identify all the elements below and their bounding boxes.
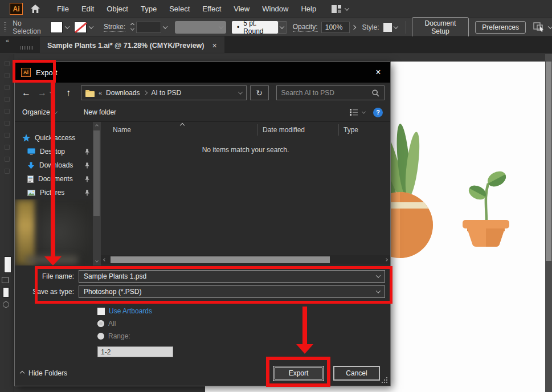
swap-fill-stroke-icon[interactable] (2, 277, 9, 283)
menu-edit[interactable]: Edit (77, 0, 99, 18)
tool-placeholder[interactable] (5, 61, 10, 66)
document-tab[interactable]: Sample Plants 1.ai* @ 71.28% (CMYK/Previ… (40, 36, 224, 54)
menu-select[interactable]: Select (165, 0, 194, 18)
menu-file[interactable]: File (52, 0, 73, 18)
style-dropdown[interactable] (392, 22, 400, 33)
tool-placeholder[interactable] (5, 109, 10, 114)
panel-drag-handle[interactable] (4, 22, 6, 32)
collapse-panels-button[interactable]: « (0, 36, 15, 44)
tool-placeholder[interactable] (5, 73, 10, 78)
menu-help[interactable]: Help (296, 0, 321, 18)
brush-dropdown-caret[interactable] (278, 21, 287, 34)
range-input[interactable] (97, 346, 173, 357)
range-option[interactable]: Range: (97, 332, 390, 341)
breadcrumb-item-downloads[interactable]: Downloads (106, 89, 140, 97)
range-radio[interactable] (97, 333, 104, 340)
gradient-mode-icon[interactable] (3, 301, 9, 308)
new-folder-button[interactable]: New folder (84, 108, 116, 116)
scroll-up-button[interactable] (93, 122, 100, 130)
breadcrumb-overflow-icon[interactable]: « (99, 89, 102, 96)
opacity-label[interactable]: Opacity: (293, 23, 318, 32)
cancel-button[interactable]: Cancel (333, 366, 380, 381)
tool-placeholder[interactable] (5, 85, 10, 90)
opacity-value[interactable]: 100% (321, 22, 350, 33)
scrollbar-track[interactable] (109, 255, 382, 264)
dialog-close-button[interactable]: × (366, 67, 390, 77)
align-options[interactable] (533, 22, 552, 32)
picture-icon (27, 190, 35, 196)
breadcrumb[interactable]: « Downloads AI to PSD (81, 85, 247, 100)
back-button[interactable]: ← (18, 88, 34, 98)
all-radio[interactable] (97, 320, 104, 327)
forward-button[interactable]: → (34, 88, 50, 98)
hide-folders-button[interactable]: Hide Folders (21, 369, 67, 377)
canvas-vertical-scrollbar[interactable] (545, 54, 552, 392)
scroll-right-button[interactable] (382, 255, 390, 264)
preferences-button[interactable]: Preferences (475, 21, 526, 34)
menu-view[interactable]: View (229, 0, 254, 18)
breadcrumb-separator-icon (143, 91, 148, 95)
up-button[interactable]: ↑ (63, 88, 74, 98)
illustrator-app-icon[interactable]: Ai (10, 3, 23, 15)
fill-swatch[interactable] (50, 22, 63, 33)
view-options-button[interactable] (350, 109, 365, 116)
menu-window[interactable]: Window (257, 0, 293, 18)
stroke-swatch[interactable] (74, 22, 87, 33)
column-header-date-modified[interactable]: Date modified (258, 126, 338, 134)
home-icon[interactable] (30, 4, 40, 14)
scrollbar-thumb[interactable] (111, 256, 330, 263)
brush-value: 5 pt. Round (243, 19, 273, 35)
tool-placeholder[interactable] (5, 145, 10, 150)
address-dropdown-icon[interactable] (238, 89, 243, 94)
help-button[interactable]: ? (373, 108, 383, 117)
export-dialog: Ai Export × ← → ↑ « Downloads AI to PSD … (14, 62, 391, 386)
workspace-switcher[interactable] (332, 5, 349, 13)
use-artboards-label: Use Artboards (109, 307, 152, 315)
tab-close-icon[interactable]: × (212, 41, 217, 50)
search-input[interactable] (281, 89, 373, 97)
menu-object[interactable]: Object (102, 0, 133, 18)
opacity-expand-arrow[interactable] (350, 22, 358, 33)
tool-placeholder[interactable] (5, 121, 10, 126)
brush-definition-dropdown[interactable]: • 5 pt. Round (232, 21, 278, 34)
stroke-dropdown[interactable] (87, 22, 96, 33)
dialog-title-bar[interactable]: Ai Export × (15, 62, 390, 83)
chevron-down-icon (219, 24, 223, 28)
style-swatch[interactable] (383, 23, 392, 32)
scroll-left-button[interactable] (101, 255, 109, 264)
tool-placeholder[interactable] (5, 97, 10, 102)
column-header-type[interactable]: Type (339, 126, 390, 134)
annotation-arrow-line (302, 307, 307, 345)
stroke-weight-stepper[interactable] (129, 22, 136, 33)
document-setup-button[interactable]: Document Setup (412, 17, 469, 38)
variable-width-profile-dropdown[interactable] (175, 21, 226, 34)
fill-color-control[interactable] (50, 22, 72, 33)
stroke-weight-value[interactable] (136, 22, 161, 33)
sidebar-scrollbar[interactable] (93, 122, 100, 266)
stroke-label[interactable]: Stroke: (104, 23, 125, 32)
resize-grip-icon[interactable] (386, 382, 387, 383)
use-artboards-option[interactable]: Use Artboards (97, 307, 390, 316)
scroll-down-button[interactable] (93, 258, 100, 266)
color-mode-icon[interactable] (2, 287, 10, 298)
use-artboards-checkbox[interactable] (97, 308, 105, 315)
tool-placeholder[interactable] (5, 133, 10, 138)
refresh-button[interactable]: ↻ (250, 85, 269, 100)
menu-effect[interactable]: Effect (198, 0, 226, 18)
scrollbar-thumb[interactable] (546, 62, 551, 261)
all-artboards-option[interactable]: All (97, 319, 390, 328)
breadcrumb-item-ai-to-psd[interactable]: AI to PSD (151, 89, 181, 97)
stroke-weight-dropdown[interactable] (161, 22, 169, 33)
column-header-name[interactable]: Name (101, 126, 257, 134)
search-box[interactable] (276, 85, 385, 100)
menu-type[interactable]: Type (136, 0, 161, 18)
folder-icon (85, 89, 95, 97)
scrollbar-thumb[interactable] (93, 130, 100, 216)
tool-placeholder[interactable] (5, 169, 10, 174)
toolbar-fill-swatch[interactable] (4, 256, 11, 273)
file-list-horizontal-scrollbar[interactable] (101, 255, 390, 264)
tool-placeholder[interactable] (5, 157, 10, 162)
tab-drag-handle[interactable] (21, 46, 33, 50)
fill-dropdown[interactable] (63, 22, 72, 33)
stroke-color-control[interactable] (74, 22, 96, 33)
